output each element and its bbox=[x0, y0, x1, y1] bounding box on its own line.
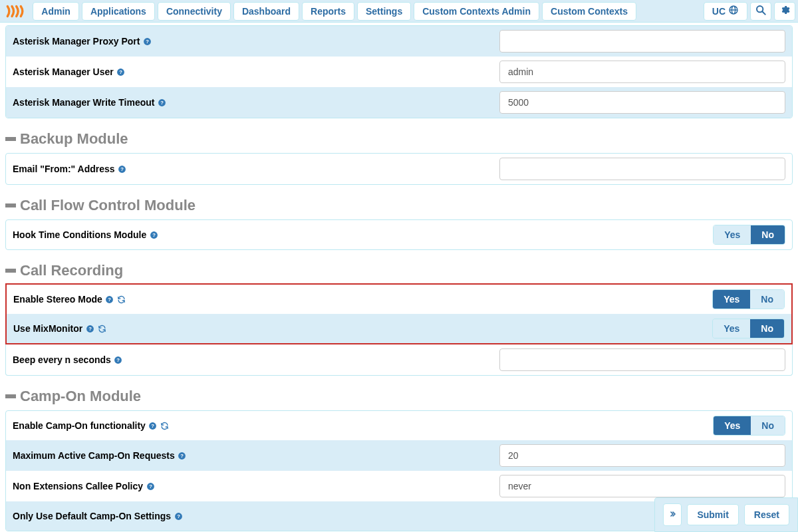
label-asterisk-write-timeout: Asterisk Manager Write Timeout bbox=[13, 97, 154, 108]
yes-button[interactable]: Yes bbox=[714, 225, 751, 244]
row-enable-stereo: Enable Stereo Mode ? Yes No bbox=[7, 285, 791, 314]
row-email-from: Email "From:" Address ? bbox=[6, 154, 792, 184]
label-enable-stereo: Enable Stereo Mode bbox=[13, 294, 102, 305]
nav-settings[interactable]: Settings bbox=[357, 2, 411, 21]
row-beep-every-n: Beep every n seconds ? bbox=[6, 344, 792, 375]
label-non-ext-callee-policy: Non Extensions Callee Policy bbox=[13, 481, 143, 491]
gear-icon bbox=[779, 5, 790, 17]
section-title-callrec: Call Recording bbox=[20, 262, 123, 279]
yes-button[interactable]: Yes bbox=[713, 319, 750, 338]
nav-dashboard[interactable]: Dashboard bbox=[233, 2, 299, 21]
section-title-backup: Backup Module bbox=[20, 130, 128, 148]
label-asterisk-proxy-port: Asterisk Manager Proxy Port bbox=[13, 36, 140, 47]
no-button[interactable]: No bbox=[751, 416, 785, 435]
svg-text:?: ? bbox=[177, 513, 180, 519]
svg-text:?: ? bbox=[88, 326, 92, 332]
collapse-bottombar-button[interactable] bbox=[663, 503, 682, 526]
yes-button[interactable]: Yes bbox=[714, 416, 751, 435]
row-asterisk-user: Asterisk Manager User ? bbox=[6, 57, 792, 87]
input-email-from[interactable] bbox=[499, 158, 785, 180]
navbar: Admin Applications Connectivity Dashboar… bbox=[0, 0, 798, 23]
help-icon[interactable]: ? bbox=[149, 230, 158, 239]
svg-line-1 bbox=[762, 11, 765, 15]
help-icon[interactable]: ? bbox=[148, 421, 158, 430]
nav-connectivity[interactable]: Connectivity bbox=[158, 2, 231, 21]
nav-uc-label: UC bbox=[712, 6, 726, 17]
logo[interactable] bbox=[3, 5, 30, 18]
callrec-panel-rest: Beep every n seconds ? bbox=[5, 344, 793, 376]
row-max-campon-requests: Maximum Active Camp-On Requests ? bbox=[6, 440, 792, 471]
section-head-callrec[interactable]: Call Recording bbox=[5, 262, 793, 279]
search-icon bbox=[755, 5, 766, 17]
help-icon[interactable]: ? bbox=[146, 481, 155, 491]
nav-reports[interactable]: Reports bbox=[302, 2, 354, 21]
row-enable-campon: Enable Camp-On functionality ? Yes No bbox=[6, 411, 792, 440]
callflow-panel: Hook Time Conditions Module ? Yes No bbox=[5, 219, 793, 250]
svg-text:?: ? bbox=[152, 232, 156, 238]
row-hook-time-conditions: Hook Time Conditions Module ? Yes No bbox=[6, 220, 792, 249]
help-icon[interactable]: ? bbox=[157, 98, 166, 107]
row-asterisk-proxy-port: Asterisk Manager Proxy Port ? bbox=[6, 26, 792, 57]
svg-text:?: ? bbox=[152, 423, 155, 429]
input-asterisk-user[interactable] bbox=[499, 61, 785, 83]
help-icon[interactable]: ? bbox=[105, 295, 114, 304]
nav-custom-contexts-admin[interactable]: Custom Contexts Admin bbox=[414, 2, 539, 21]
label-enable-campon: Enable Camp-On functionality bbox=[13, 420, 146, 431]
svg-text:?: ? bbox=[149, 483, 152, 489]
no-button[interactable]: No bbox=[750, 319, 784, 338]
help-icon[interactable]: ? bbox=[118, 164, 127, 174]
nav-applications[interactable]: Applications bbox=[82, 2, 155, 21]
label-use-mixmonitor: Use MixMonitor bbox=[13, 323, 82, 334]
nav-uc[interactable]: UC bbox=[704, 2, 747, 21]
refresh-icon[interactable] bbox=[117, 295, 126, 304]
label-email-from: Email "From:" Address bbox=[13, 164, 115, 174]
label-max-campon-requests: Maximum Active Camp-On Requests bbox=[13, 450, 175, 461]
reset-button[interactable]: Reset bbox=[744, 504, 789, 525]
input-asterisk-write-timeout[interactable] bbox=[499, 91, 785, 114]
section-head-backup[interactable]: Backup Module bbox=[5, 130, 793, 148]
yes-button[interactable]: Yes bbox=[713, 290, 750, 309]
bottom-bar: Submit Reset bbox=[654, 497, 798, 532]
label-asterisk-user: Asterisk Manager User bbox=[13, 66, 114, 77]
section-head-campon[interactable]: Camp-On Module bbox=[5, 388, 793, 405]
section-title-callflow: Call Flow Control Module bbox=[20, 197, 196, 214]
backup-panel: Email "From:" Address ? bbox=[5, 153, 793, 185]
section-title-campon: Camp-On Module bbox=[20, 388, 141, 405]
language-icon bbox=[728, 5, 739, 17]
row-use-mixmonitor: Use MixMonitor ? Yes No bbox=[7, 314, 791, 343]
label-hook-time-conditions: Hook Time Conditions Module bbox=[13, 229, 146, 240]
input-asterisk-proxy-port[interactable] bbox=[499, 30, 785, 53]
label-only-default-campon: Only Use Default Camp-On Settings bbox=[13, 511, 171, 521]
nav-search-button[interactable] bbox=[750, 2, 771, 21]
svg-text:?: ? bbox=[146, 39, 149, 45]
input-non-ext-callee-policy[interactable] bbox=[499, 475, 785, 497]
svg-text:?: ? bbox=[117, 357, 120, 363]
collapse-icon bbox=[5, 269, 16, 273]
nav-settings-button[interactable] bbox=[774, 2, 795, 21]
section-head-callflow[interactable]: Call Flow Control Module bbox=[5, 197, 793, 214]
refresh-icon[interactable] bbox=[97, 324, 106, 333]
help-icon[interactable]: ? bbox=[114, 355, 123, 364]
help-icon[interactable]: ? bbox=[142, 37, 152, 46]
svg-text:?: ? bbox=[160, 100, 164, 106]
toggle-use-mixmonitor: Yes No bbox=[712, 319, 785, 338]
no-button[interactable]: No bbox=[750, 290, 784, 309]
help-icon[interactable]: ? bbox=[85, 324, 94, 333]
callrec-panel-highlight: Enable Stereo Mode ? Yes No Use MixMonit… bbox=[5, 283, 793, 344]
help-icon[interactable]: ? bbox=[178, 451, 187, 460]
collapse-icon bbox=[5, 394, 16, 398]
help-icon[interactable]: ? bbox=[174, 511, 183, 521]
help-icon[interactable]: ? bbox=[116, 67, 126, 76]
nav-admin[interactable]: Admin bbox=[33, 2, 79, 21]
nav-custom-contexts[interactable]: Custom Contexts bbox=[542, 2, 636, 21]
input-beep-every-n[interactable] bbox=[499, 348, 785, 371]
no-button[interactable]: No bbox=[751, 225, 785, 244]
refresh-icon[interactable] bbox=[160, 421, 170, 430]
input-max-campon-requests[interactable] bbox=[499, 444, 785, 467]
submit-button[interactable]: Submit bbox=[687, 504, 738, 525]
collapse-icon bbox=[5, 203, 16, 207]
content: Asterisk Manager Proxy Port ? Asterisk M… bbox=[0, 23, 798, 532]
svg-text:?: ? bbox=[180, 453, 184, 459]
row-asterisk-write-timeout: Asterisk Manager Write Timeout ? bbox=[6, 87, 792, 118]
svg-text:?: ? bbox=[108, 297, 111, 303]
